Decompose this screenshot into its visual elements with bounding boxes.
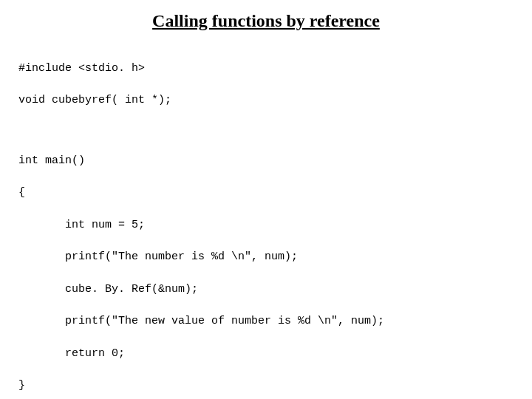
code-line: printf("The new value of number is %d \n… [18,313,514,330]
code-line: int num = 5; [18,217,514,233]
blank-line [18,125,514,137]
code-content: #include <stdio. h> void cubebyref( int … [18,44,514,399]
code-line: int main() [18,153,514,169]
code-line: void cubebyref( int *); [18,92,514,109]
code-line: { [18,185,514,201]
code-line: } [18,378,514,394]
code-line: #include <stdio. h> [18,61,514,77]
slide-title: Calling functions by reference [18,11,514,31]
code-line: printf("The number is %d \n", num); [18,249,514,265]
code-line: cube. By. Ref(&num); [18,282,514,298]
code-line: return 0; [18,346,514,362]
